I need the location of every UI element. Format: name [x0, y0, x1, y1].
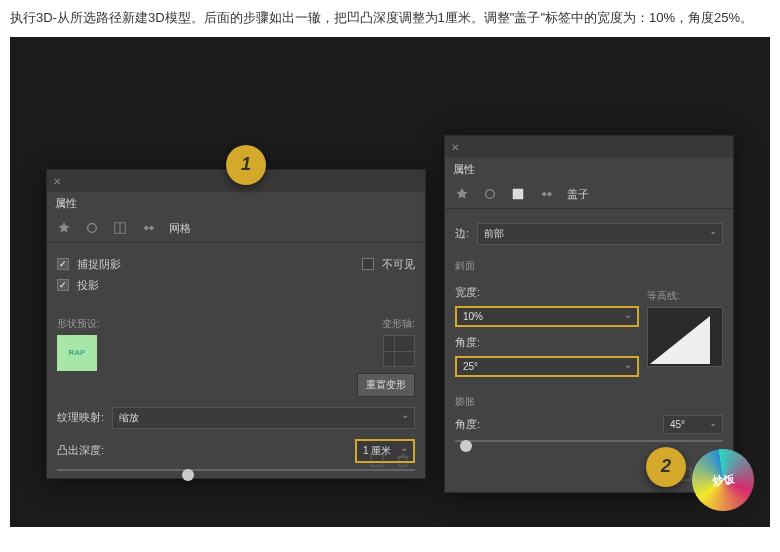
close-icon[interactable]: ✕	[53, 176, 63, 186]
width-input[interactable]: 10%	[455, 306, 639, 327]
panel2-body: 边: 前部 斜面 宽度: 10% 角度: 25° 等高线: 膨胀 角度: 45°	[445, 209, 733, 466]
adjust-icon[interactable]	[85, 221, 99, 235]
angle-input[interactable]: 25°	[455, 356, 639, 377]
instruction-text: 执行3D-从所选路径新建3D模型。后面的步骤如出一辙，把凹凸深度调整为1厘米。调…	[0, 0, 780, 37]
inflate-angle-label: 角度:	[455, 417, 480, 432]
inflate-angle-input[interactable]: 45°	[663, 415, 723, 434]
effects-icon[interactable]	[539, 187, 553, 201]
width-label: 宽度:	[455, 285, 480, 300]
close-icon[interactable]: ✕	[451, 142, 461, 152]
reset-deform-button[interactable]: 重置变形	[357, 373, 415, 397]
deform-axis-label: 变形轴:	[357, 317, 415, 331]
angle-label: 角度:	[455, 335, 480, 350]
panel2-title: 属性	[445, 158, 733, 181]
panel2-titlebar[interactable]: ✕	[445, 136, 733, 158]
svg-point-4	[486, 190, 495, 199]
svg-point-0	[88, 224, 97, 233]
panel2-tabs: 盖子	[445, 181, 733, 209]
svg-rect-5	[513, 189, 524, 200]
capture-shadow-label: 捕捉阴影	[77, 257, 121, 272]
inflate-section: 膨胀	[455, 395, 723, 409]
tab-cap[interactable]: 盖子	[567, 187, 589, 202]
star-icon[interactable]	[455, 187, 469, 201]
edge-select[interactable]: 前部	[477, 223, 723, 245]
callout-badge-1: 1	[226, 145, 266, 185]
properties-panel-2: ✕ 属性 盖子 边: 前部 斜面 宽度: 10% 角度: 25° 等高线: 膨胀	[444, 135, 734, 493]
contour-preview[interactable]	[647, 307, 723, 367]
deform-axis-grid[interactable]	[383, 335, 415, 367]
contour-label: 等高线:	[647, 289, 723, 303]
capture-shadow-checkbox[interactable]: ✓	[57, 258, 69, 270]
adjust-icon[interactable]	[483, 187, 497, 201]
shape-preset-label: 形状预设:	[57, 317, 349, 331]
mesh-icon[interactable]	[113, 221, 127, 235]
render-icon[interactable]	[369, 452, 385, 468]
effects-icon[interactable]	[141, 221, 155, 235]
trash-icon[interactable]	[395, 452, 411, 468]
projection-checkbox[interactable]: ✓	[57, 279, 69, 291]
invisible-checkbox[interactable]	[362, 258, 374, 270]
properties-panel-1: ✕ 属性 网格 ✓ 捕捉阴影 不可见 ✓ 投影 形状预设: RAP 变形轴:	[46, 169, 426, 479]
panel1-title: 属性	[47, 192, 425, 215]
inflate-angle-slider[interactable]	[455, 440, 723, 454]
star-icon[interactable]	[57, 221, 71, 235]
invisible-label: 不可见	[382, 257, 415, 272]
svg-rect-3	[371, 454, 383, 466]
edge-label: 边:	[455, 226, 469, 241]
texture-map-select[interactable]: 缩放	[112, 407, 415, 429]
workspace: ✕ 属性 网格 ✓ 捕捉阴影 不可见 ✓ 投影 形状预设: RAP 变形轴:	[10, 37, 770, 527]
projection-label: 投影	[77, 278, 99, 293]
preset-thumbnail[interactable]: RAP	[57, 335, 97, 371]
bevel-section: 斜面	[455, 259, 723, 273]
callout-badge-2: 2	[646, 447, 686, 487]
texture-map-label: 纹理映射:	[57, 410, 104, 425]
extrude-depth-label: 凸出深度:	[57, 443, 104, 458]
panel1-tabs: 网格	[47, 215, 425, 243]
tab-mesh[interactable]: 网格	[169, 221, 191, 236]
cap-icon[interactable]	[511, 187, 525, 201]
